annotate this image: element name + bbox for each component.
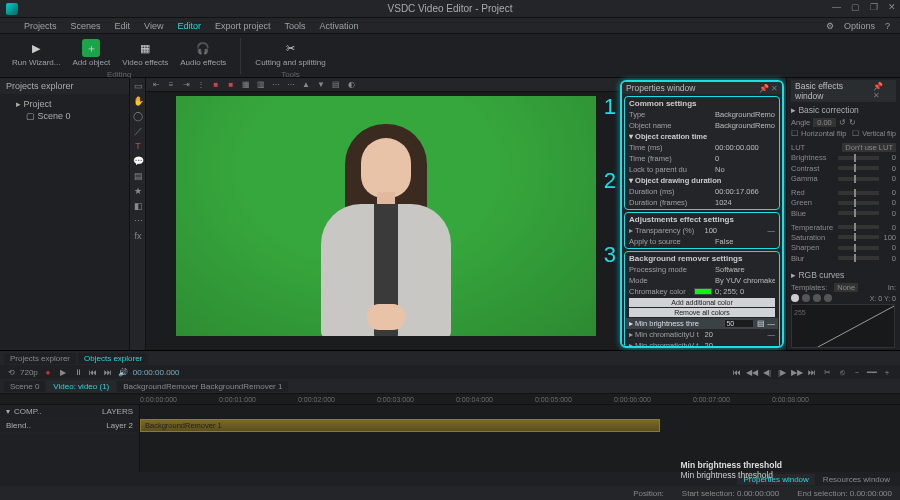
slider-blur[interactable]: Blur0	[791, 254, 896, 263]
curve-dot-g[interactable]	[813, 294, 821, 302]
align-left-icon[interactable]: ⇤	[150, 79, 162, 91]
slider-saturation[interactable]: Saturation100	[791, 233, 896, 242]
misc-tool-icon[interactable]: ◧	[132, 200, 144, 212]
slider-gamma[interactable]: Gamma0	[791, 174, 896, 183]
step-back-icon[interactable]: ◀◀	[747, 367, 757, 377]
hand-tool-icon[interactable]: ✋	[132, 95, 144, 107]
record-icon[interactable]: ●	[43, 367, 53, 377]
panel-pin-icon[interactable]: 📌 ✕	[759, 84, 778, 93]
menu-scenes[interactable]: Scenes	[71, 21, 101, 31]
tab-resources-window[interactable]: Resources window	[817, 474, 896, 485]
tree-node-project[interactable]: ▸ Project	[6, 98, 123, 110]
tree-node-scene[interactable]: ▢ Scene 0	[6, 110, 123, 122]
menu-export[interactable]: Export project	[215, 21, 271, 31]
remove-colors-button[interactable]: Remove all colors	[629, 308, 775, 317]
rotate-ccw-icon[interactable]: ↺	[839, 118, 846, 127]
preview-stage[interactable]: 1 2 3	[146, 92, 620, 350]
rgb-curve-graph[interactable]: 255	[791, 304, 895, 348]
paint-icon[interactable]: ▤	[330, 79, 342, 91]
options-gear-icon[interactable]: ⚙	[826, 21, 834, 31]
frame-back-icon[interactable]: ◀|	[762, 367, 772, 377]
star-tool-icon[interactable]: ★	[132, 185, 144, 197]
group1-icon[interactable]: ■	[210, 79, 222, 91]
fx-tool-icon[interactable]: fx	[132, 230, 144, 242]
tab-objects-explorer[interactable]: Objects explorer	[78, 353, 148, 364]
line-tool-icon[interactable]: ／	[132, 125, 144, 137]
timeline-track-area[interactable]: BackgroundRemover 1	[140, 405, 900, 472]
track-blend[interactable]: Blend..	[6, 421, 31, 430]
restore-icon[interactable]: ❐	[870, 2, 878, 12]
slider-red[interactable]: Red0	[791, 188, 896, 197]
slider-green[interactable]: Green0	[791, 198, 896, 207]
prev-icon[interactable]: ⏮	[88, 367, 98, 377]
track-layers-toggle[interactable]: LAYERS	[102, 407, 133, 416]
hflip-checkbox[interactable]: ☐	[791, 129, 798, 138]
zoom-slider[interactable]: ━━	[867, 367, 877, 377]
basic-correction-header[interactable]: ▸ Basic correction	[791, 103, 896, 117]
timeline-clip-bgremover[interactable]: BackgroundRemover 1	[140, 419, 660, 432]
cut-icon[interactable]: ✂	[822, 367, 832, 377]
cut-split-button[interactable]: ✂Cutting and splitting	[251, 38, 329, 68]
add-color-button[interactable]: Add additional color	[629, 298, 775, 307]
chromakey-color-row[interactable]: Chromakey color0; 255; 0	[626, 286, 778, 297]
chart-tool-icon[interactable]: ▤	[132, 170, 144, 182]
text-tool-icon[interactable]: T	[132, 140, 144, 152]
min-brightness-row[interactable]: ▸ Min brightness thre▤ —	[626, 318, 778, 329]
group2-icon[interactable]: ■	[225, 79, 237, 91]
clip-bgremover[interactable]: BackgroundRemover BackgroundRemover 1	[117, 381, 288, 392]
effects-pin-icon[interactable]: 📌 ✕	[873, 82, 892, 100]
lut-dropdown[interactable]: Don't use LUT	[842, 143, 896, 152]
zoom-in-icon[interactable]: ＋	[882, 367, 892, 377]
vflip-checkbox[interactable]: ☐	[852, 129, 859, 138]
clip-scene[interactable]: Scene 0	[4, 381, 45, 392]
min-brightness-input[interactable]	[724, 319, 754, 328]
rotate-cw-icon[interactable]: ↻	[849, 118, 856, 127]
menu-view[interactable]: View	[144, 21, 163, 31]
maximize-icon[interactable]: ▢	[851, 2, 860, 12]
track-comp-toggle[interactable]: ▾	[6, 407, 10, 416]
slider-sharpen[interactable]: Sharpen0	[791, 243, 896, 252]
menu-tools[interactable]: Tools	[284, 21, 305, 31]
clip-video[interactable]: Video: video (1)	[47, 381, 115, 392]
split-icon[interactable]: ⎋	[837, 367, 847, 377]
slider-contrast[interactable]: Contrast0	[791, 164, 896, 173]
shape-tool-icon[interactable]: ◯	[132, 110, 144, 122]
menu-edit[interactable]: Edit	[115, 21, 131, 31]
help-icon[interactable]: ?	[885, 21, 890, 31]
menu-projects[interactable]: Projects	[24, 21, 57, 31]
minimize-icon[interactable]: —	[832, 2, 841, 12]
tooltip-tool-icon[interactable]: 💬	[132, 155, 144, 167]
frame-fwd-icon[interactable]: |▶	[777, 367, 787, 377]
object-name-row[interactable]: Object nameBackgroundRemover 1	[626, 120, 778, 131]
slider-brightness[interactable]: Brightness0	[791, 153, 896, 162]
transparency-row[interactable]: ▸ Transparency (%)100—	[626, 225, 778, 236]
layer-down-icon[interactable]: ▼	[315, 79, 327, 91]
menu-editor[interactable]: Editor	[177, 21, 201, 31]
audio-effects-button[interactable]: 🎧Audio effects	[176, 38, 230, 68]
grid-icon[interactable]: ▦	[240, 79, 252, 91]
zoom-out-icon[interactable]: －	[852, 367, 862, 377]
chromakey-swatch-icon[interactable]	[694, 288, 712, 295]
add-object-button[interactable]: ＋Add object	[68, 38, 114, 68]
more2-icon[interactable]: ⋯	[285, 79, 297, 91]
curve-dot-r[interactable]	[802, 294, 810, 302]
play-icon[interactable]: ▶	[58, 367, 68, 377]
mask-icon[interactable]: ◐	[345, 79, 357, 91]
vol-icon[interactable]: 🔊	[118, 367, 128, 377]
layer-up-icon[interactable]: ▲	[300, 79, 312, 91]
snap-icon[interactable]: ▥	[255, 79, 267, 91]
menu-activation[interactable]: Activation	[319, 21, 358, 31]
goto-start-icon[interactable]: ⏮	[732, 367, 742, 377]
slider-blue[interactable]: Blue0	[791, 209, 896, 218]
cursor-tool-icon[interactable]: ▭	[132, 80, 144, 92]
step-fwd-icon[interactable]: ▶▶	[792, 367, 802, 377]
loop-icon[interactable]: ⟲	[8, 368, 15, 377]
run-wizard-button[interactable]: ▶Run Wizard...	[8, 38, 64, 68]
misc2-tool-icon[interactable]: ⋯	[132, 215, 144, 227]
curve-dot-all[interactable]	[791, 294, 799, 302]
align-center-icon[interactable]: ≡	[165, 79, 177, 91]
project-tree[interactable]: ▸ Project ▢ Scene 0	[0, 94, 129, 126]
distribute-icon[interactable]: ⋮	[195, 79, 207, 91]
rgb-curves-header[interactable]: ▸ RGB curves	[791, 268, 896, 282]
video-effects-button[interactable]: ▦Video effects	[118, 38, 172, 68]
